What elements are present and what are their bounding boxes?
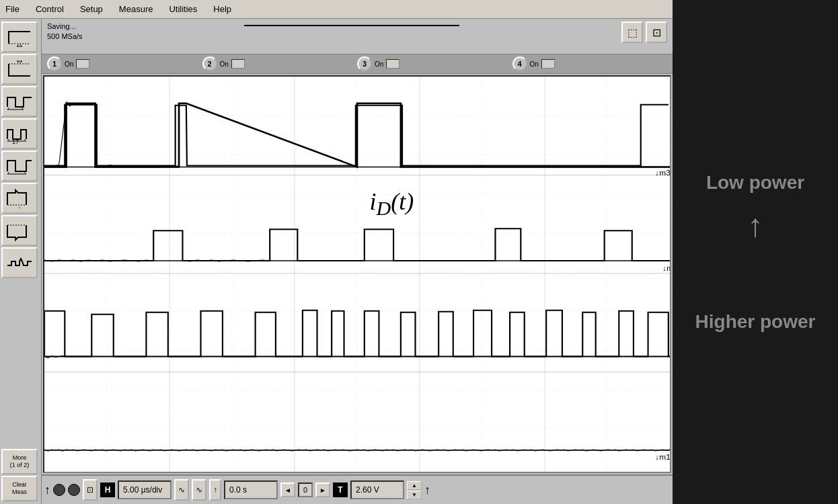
ch4-box[interactable] — [541, 59, 555, 69]
status-bar: Saving... 500 MSa/s ⬚ ⊡ — [42, 19, 673, 54]
time-offset-display: 0.0 s — [224, 480, 278, 499]
setup-menu[interactable]: Setup — [77, 3, 106, 15]
trigger-right-arrow[interactable]: ↑ — [424, 483, 430, 497]
trigger-up-arrow[interactable]: ↑ — [44, 483, 50, 497]
glitch-tool[interactable] — [1, 247, 38, 278]
ch1-circle[interactable]: 1 — [47, 56, 62, 71]
ch4-circle[interactable]: 4 — [512, 56, 527, 71]
ch2-on-label: On — [220, 60, 229, 68]
ch3-box[interactable] — [386, 59, 399, 69]
low-power-label: Low power — [706, 172, 804, 194]
zero-box[interactable]: 0 — [298, 482, 313, 497]
file-menu[interactable]: File — [3, 3, 22, 15]
indicator-2 — [68, 484, 80, 496]
sample-rate: 500 MSa/s — [47, 32, 83, 42]
ch4-on-label: On — [530, 60, 539, 68]
nav-left-btn[interactable]: ◄ — [280, 482, 295, 497]
wave-btn-2[interactable]: ∿ — [192, 479, 206, 501]
more-button[interactable]: More (1 of 2) — [1, 449, 38, 474]
pulse-width-tool[interactable] — [1, 86, 38, 117]
svg-text:↓m2: ↓m2 — [662, 264, 670, 272]
indicator-1 — [53, 484, 65, 496]
voltage-up-btn[interactable]: ▲ — [407, 481, 422, 490]
waveform-display: ↓m2 ↓m1 ↓m3 — [44, 77, 670, 472]
higher-power-label: Higher power — [695, 311, 816, 333]
channel-1-selector[interactable]: 1 On — [47, 56, 202, 71]
ch1-box[interactable] — [76, 59, 89, 69]
preshoot-tool[interactable] — [1, 215, 38, 246]
power-arrow-up: ↑ — [747, 207, 763, 244]
svg-text:17: 17 — [12, 138, 19, 145]
t-label: T — [333, 482, 348, 497]
channel-3-selector[interactable]: 3 On — [357, 56, 512, 71]
scope-screen: ↓m2 ↓m1 ↓m3 — [43, 75, 671, 473]
ch1-on-label: On — [65, 60, 73, 68]
voltage-down-btn[interactable]: ▼ — [407, 491, 422, 499]
nav-right-btn[interactable]: ► — [315, 482, 330, 497]
voltage-display: 2.60 V — [350, 480, 404, 499]
utilities-menu[interactable]: Utilities — [166, 3, 200, 15]
ch2-box[interactable] — [231, 59, 245, 69]
fall-time-tool[interactable] — [1, 54, 38, 85]
channel-2-selector[interactable]: 2 On — [202, 56, 358, 71]
timebase-display: 5.00 μs/div — [118, 480, 172, 499]
rise-time-tool[interactable] — [1, 22, 38, 52]
control-menu[interactable]: Control — [33, 3, 67, 15]
ch3-on-label: On — [375, 60, 383, 68]
wave-btn-3[interactable]: ↑ — [209, 479, 221, 501]
right-panel: Low power ↑ Higher power — [673, 0, 838, 504]
period-tool[interactable]: 17 — [1, 118, 38, 149]
svg-text:↑: ↑ — [18, 206, 21, 210]
saving-status: Saving... — [47, 22, 83, 32]
wave-btn-1[interactable]: ∿ — [174, 479, 189, 501]
measure-menu[interactable]: Measure — [116, 3, 156, 15]
help-menu[interactable]: Help — [211, 3, 234, 15]
ch2-circle[interactable]: 2 — [202, 56, 217, 71]
math-label: iD(t) — [370, 187, 414, 220]
ch3-circle[interactable]: 3 — [357, 56, 372, 71]
channel-4-selector[interactable]: 4 On — [512, 56, 668, 71]
duty-cycle-tool[interactable] — [1, 151, 38, 181]
channel-bar: 1 On 2 On 3 On 4 On — [42, 54, 673, 74]
svg-text:↓m3: ↓m3 — [655, 169, 670, 177]
menu-bar: File Control Setup Measure Utilities Hel… — [0, 0, 673, 19]
left-toolbar: 17 ↑ — [0, 19, 42, 504]
waveform-type-btn[interactable]: ⊡ — [83, 479, 98, 501]
scope-icon2-btn[interactable]: ⊡ — [646, 22, 667, 43]
clear-meas-button[interactable]: Clear Meas — [1, 476, 38, 501]
overshoot-tool[interactable]: ↑ — [1, 183, 38, 214]
scope-icon1-btn[interactable]: ⬚ — [621, 22, 643, 43]
voltage-updown: ▲ ▼ — [407, 481, 422, 499]
svg-text:↓m1: ↓m1 — [655, 453, 670, 461]
bottom-bar: ↑ ⊡ H 5.00 μs/div ∿ ∿ ↑ 0.0 s ◄ 0 ► T — [42, 474, 673, 504]
h-label: H — [100, 482, 115, 497]
